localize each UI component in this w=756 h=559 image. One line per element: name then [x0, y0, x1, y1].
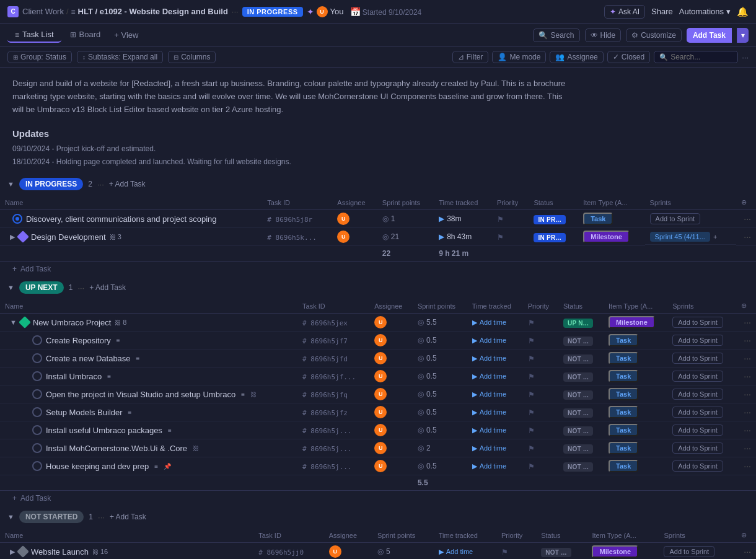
status-badge[interactable]: IN PR...	[534, 233, 565, 242]
sprint-add-icon[interactable]: +	[713, 233, 717, 240]
automations-button[interactable]: Automations ▾	[679, 7, 731, 16]
row-more-icon[interactable]: ···	[744, 461, 751, 471]
status-badge[interactable]: NOT ...	[563, 337, 593, 346]
task-name-link[interactable]: Setup Models Builder	[46, 408, 123, 417]
group-add-task-up-next[interactable]: + Add Task	[89, 283, 126, 292]
item-type-button[interactable]: Task	[609, 352, 638, 364]
item-type-button[interactable]: Task	[609, 370, 638, 382]
group-add-task-in-progress[interactable]: + Add Task	[109, 180, 146, 188]
priority-flag-icon[interactable]: ⚑	[528, 390, 535, 399]
row-more-icon[interactable]: ···	[744, 353, 751, 363]
status-badge[interactable]: NOT ...	[563, 354, 593, 364]
status-badge[interactable]: NOT ...	[563, 426, 593, 436]
add-sprint-button[interactable]: Add to Sprint	[672, 425, 723, 436]
group-status-toggle[interactable]: ⊞ Group: Status	[7, 51, 72, 63]
add-sprint-button[interactable]: Add to Sprint	[672, 460, 723, 472]
task-name-link[interactable]: Install useful Umbraco packages	[46, 426, 162, 435]
add-sprint-button[interactable]: Add to Sprint	[672, 335, 723, 346]
status-badge[interactable]: NOT ...	[563, 462, 593, 472]
row-more-icon[interactable]: ···	[744, 407, 751, 417]
group-not-started-header[interactable]: ▼ NOT STARTED 1 ··· + Add Task	[0, 506, 756, 528]
add-task-row-up-next[interactable]: + Add Task	[0, 491, 756, 506]
row-more-icon[interactable]: ···	[744, 335, 751, 345]
add-sprint-button[interactable]: Add to Sprint	[672, 353, 723, 364]
add-sprint-button[interactable]: Add to Sprint	[664, 546, 714, 557]
customize-button[interactable]: ⚙ Customize	[626, 29, 682, 42]
row-more-icon[interactable]: ···	[744, 425, 751, 435]
status-badge[interactable]: IN PR...	[534, 215, 565, 224]
me-mode-button[interactable]: 👤 Me mode	[492, 51, 546, 63]
priority-flag-icon[interactable]: ⚑	[528, 319, 535, 327]
task-name-link[interactable]: Create Repository	[46, 336, 111, 345]
priority-flag-icon[interactable]: ⚑	[497, 233, 504, 242]
priority-flag-icon[interactable]: ⚑	[528, 337, 535, 345]
item-type-button[interactable]: Milestone	[609, 316, 655, 328]
add-view-button[interactable]: + View	[109, 28, 143, 42]
item-type-button[interactable]: Task	[609, 334, 638, 346]
sprint-tag[interactable]: Sprint 45 (4/11...	[650, 232, 710, 242]
item-type-button[interactable]: Milestone	[583, 231, 630, 243]
task-status-circle[interactable]	[32, 407, 42, 417]
status-badge[interactable]: NOT ...	[563, 372, 593, 382]
item-type-button[interactable]: Task	[609, 406, 638, 418]
status-badge[interactable]: NOT ...	[563, 444, 593, 454]
task-status-circle[interactable]	[12, 214, 22, 224]
share-button[interactable]: Share	[651, 7, 673, 16]
closed-button[interactable]: ✓ Closed	[607, 51, 650, 63]
expand-button[interactable]: ▶	[10, 233, 15, 241]
add-sprint-button[interactable]: Add to Sprint	[672, 389, 723, 400]
notifications-button[interactable]: 🔔	[737, 6, 749, 17]
columns-toggle[interactable]: ⊟ Columns	[168, 51, 216, 63]
add-task-split-button[interactable]: ▾	[737, 28, 749, 43]
group-up-next-header[interactable]: ▼ UP NEXT 1 ··· + Add Task	[0, 276, 756, 299]
search-box[interactable]: 🔍	[654, 51, 738, 63]
add-sprint-button[interactable]: Add to Sprint	[672, 371, 723, 382]
task-name-link[interactable]: New Umbraco Project	[33, 318, 111, 327]
task-name-link[interactable]: House keeping and dev prep	[46, 462, 149, 471]
row-more-icon[interactable]: ···	[744, 232, 751, 242]
add-sprint-button[interactable]: Add to Sprint	[650, 213, 701, 224]
task-status-circle[interactable]	[32, 353, 42, 363]
breadcrumb-current[interactable]: HLT / e1092 - Website Design and Build	[78, 7, 228, 16]
row-more-icon[interactable]: ···	[744, 371, 751, 381]
filter-button[interactable]: ⊿ Filter	[452, 51, 489, 63]
task-status-circle[interactable]	[32, 425, 42, 435]
add-task-button[interactable]: Add Task	[687, 28, 732, 43]
task-status-circle[interactable]	[32, 443, 42, 453]
item-type-button[interactable]: Task	[583, 213, 613, 225]
item-type-button[interactable]: Task	[609, 424, 638, 436]
expand-button[interactable]: ▶	[10, 548, 15, 556]
group-more-icon[interactable]: ···	[77, 283, 84, 293]
add-sprint-button[interactable]: Add to Sprint	[672, 442, 723, 454]
task-status-circle[interactable]	[32, 389, 42, 399]
status-badge[interactable]: NOT ...	[541, 548, 571, 557]
task-name-link[interactable]: Discovery, client communications and pro…	[26, 214, 217, 224]
task-status-circle[interactable]	[32, 335, 42, 345]
toolbar-more-icon[interactable]: ···	[742, 53, 749, 62]
priority-flag-icon[interactable]: ⚑	[501, 548, 508, 557]
task-name-link[interactable]: Create a new Database	[46, 354, 131, 363]
breadcrumb-client-work[interactable]: Client Work	[22, 7, 64, 16]
priority-flag-icon[interactable]: ⚑	[528, 372, 535, 381]
ask-ai-button[interactable]: ✦ Ask AI	[604, 5, 645, 19]
row-more-icon[interactable]: ···	[744, 317, 751, 327]
add-sprint-button[interactable]: Add to Sprint	[672, 407, 723, 418]
priority-flag-icon[interactable]: ⚑	[528, 444, 535, 453]
subtasks-toggle[interactable]: ↕ Subtasks: Expand all	[77, 51, 163, 63]
status-badge[interactable]: NOT ...	[563, 408, 593, 418]
expand-button[interactable]: ▼	[10, 319, 17, 326]
priority-flag-icon[interactable]: ⚑	[528, 462, 535, 471]
row-more-icon[interactable]: ···	[744, 214, 751, 224]
search-button[interactable]: 🔍 Search	[533, 29, 579, 42]
group-in-progress-header[interactable]: ▼ IN PROGRESS 2 ··· + Add Task	[0, 173, 756, 195]
item-type-button[interactable]: Task	[609, 460, 638, 472]
status-badge[interactable]: UP N...	[563, 319, 593, 328]
add-task-row-in-progress[interactable]: + Add Task	[0, 262, 756, 276]
row-more-icon[interactable]: ···	[744, 547, 751, 557]
user-indicator[interactable]: ✦ U You	[307, 6, 344, 17]
priority-flag-icon[interactable]: ⚑	[528, 354, 535, 363]
priority-flag-icon[interactable]: ⚑	[497, 215, 504, 224]
row-more-icon[interactable]: ···	[744, 443, 751, 453]
priority-flag-icon[interactable]: ⚑	[528, 426, 535, 435]
group-more-icon[interactable]: ···	[97, 180, 104, 189]
